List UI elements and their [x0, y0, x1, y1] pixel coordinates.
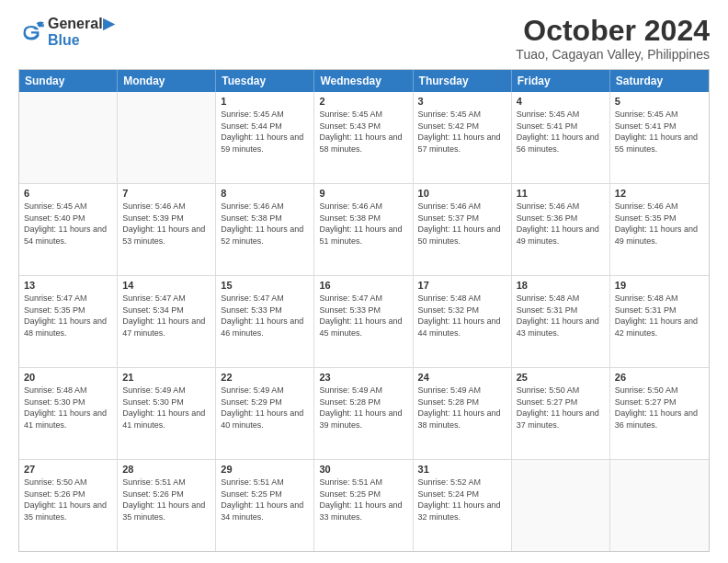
day-number: 3	[418, 96, 506, 107]
cell-info: Sunrise: 5:50 AM Sunset: 5:27 PM Dayligh…	[615, 385, 704, 431]
day-number: 28	[122, 464, 210, 475]
calendar-cell: 31Sunrise: 5:52 AM Sunset: 5:24 PM Dayli…	[414, 460, 512, 551]
cell-info: Sunrise: 5:48 AM Sunset: 5:30 PM Dayligh…	[24, 385, 112, 431]
cell-info: Sunrise: 5:46 AM Sunset: 5:35 PM Dayligh…	[615, 201, 704, 247]
day-number: 20	[24, 372, 112, 383]
cell-info: Sunrise: 5:47 AM Sunset: 5:35 PM Dayligh…	[24, 293, 112, 339]
cell-info: Sunrise: 5:47 AM Sunset: 5:33 PM Dayligh…	[221, 293, 309, 339]
cell-info: Sunrise: 5:46 AM Sunset: 5:37 PM Dayligh…	[418, 201, 506, 247]
day-number: 1	[221, 96, 309, 107]
calendar-cell: 29Sunrise: 5:51 AM Sunset: 5:25 PM Dayli…	[216, 460, 314, 551]
cell-info: Sunrise: 5:50 AM Sunset: 5:26 PM Dayligh…	[24, 477, 112, 523]
cell-info: Sunrise: 5:48 AM Sunset: 5:31 PM Dayligh…	[517, 293, 605, 339]
calendar-cell: 1Sunrise: 5:45 AM Sunset: 5:44 PM Daylig…	[216, 92, 314, 183]
header-tuesday: Tuesday	[216, 70, 314, 92]
cell-info: Sunrise: 5:52 AM Sunset: 5:24 PM Dayligh…	[418, 477, 506, 523]
calendar-cell: 11Sunrise: 5:46 AM Sunset: 5:36 PM Dayli…	[512, 184, 610, 275]
day-number: 31	[418, 464, 506, 475]
calendar-cell: 17Sunrise: 5:48 AM Sunset: 5:32 PM Dayli…	[414, 276, 512, 367]
calendar-cell: 21Sunrise: 5:49 AM Sunset: 5:30 PM Dayli…	[118, 368, 216, 459]
day-number: 13	[24, 280, 112, 291]
calendar-cell: 13Sunrise: 5:47 AM Sunset: 5:35 PM Dayli…	[19, 276, 118, 367]
day-number: 14	[122, 280, 210, 291]
cell-info: Sunrise: 5:45 AM Sunset: 5:40 PM Dayligh…	[24, 201, 112, 247]
day-number: 29	[221, 464, 309, 475]
calendar-cell: 20Sunrise: 5:48 AM Sunset: 5:30 PM Dayli…	[19, 368, 118, 459]
calendar-cell: 2Sunrise: 5:45 AM Sunset: 5:43 PM Daylig…	[314, 92, 413, 183]
day-number: 24	[418, 372, 506, 383]
cell-info: Sunrise: 5:51 AM Sunset: 5:26 PM Dayligh…	[122, 477, 210, 523]
day-number: 19	[615, 280, 704, 291]
header-monday: Monday	[118, 70, 216, 92]
calendar-cell: 16Sunrise: 5:47 AM Sunset: 5:33 PM Dayli…	[314, 276, 413, 367]
cell-info: Sunrise: 5:51 AM Sunset: 5:25 PM Dayligh…	[319, 477, 407, 523]
day-number: 23	[319, 372, 407, 383]
day-number: 26	[615, 372, 704, 383]
calendar-week-4: 20Sunrise: 5:48 AM Sunset: 5:30 PM Dayli…	[19, 368, 709, 460]
calendar-cell: 30Sunrise: 5:51 AM Sunset: 5:25 PM Dayli…	[314, 460, 413, 551]
title-block: October 2024 Tuao, Cagayan Valley, Phili…	[516, 15, 710, 62]
calendar-cell	[512, 460, 610, 551]
day-number: 22	[221, 372, 309, 383]
day-number: 2	[319, 96, 407, 107]
calendar-cell: 25Sunrise: 5:50 AM Sunset: 5:27 PM Dayli…	[512, 368, 610, 459]
cell-info: Sunrise: 5:46 AM Sunset: 5:38 PM Dayligh…	[221, 201, 309, 247]
day-number: 17	[418, 280, 506, 291]
calendar-cell: 15Sunrise: 5:47 AM Sunset: 5:33 PM Dayli…	[216, 276, 314, 367]
calendar-cell	[19, 92, 118, 183]
day-number: 21	[122, 372, 210, 383]
calendar-cell: 27Sunrise: 5:50 AM Sunset: 5:26 PM Dayli…	[19, 460, 118, 551]
logo-text: General▶ Blue	[48, 15, 114, 49]
day-number: 7	[122, 188, 210, 199]
calendar-cell: 6Sunrise: 5:45 AM Sunset: 5:40 PM Daylig…	[19, 184, 118, 275]
day-number: 5	[615, 96, 704, 107]
day-number: 11	[517, 188, 605, 199]
cell-info: Sunrise: 5:49 AM Sunset: 5:29 PM Dayligh…	[221, 385, 309, 431]
cell-info: Sunrise: 5:48 AM Sunset: 5:31 PM Dayligh…	[615, 293, 704, 339]
calendar-cell: 12Sunrise: 5:46 AM Sunset: 5:35 PM Dayli…	[610, 184, 709, 275]
calendar-cell: 9Sunrise: 5:46 AM Sunset: 5:38 PM Daylig…	[314, 184, 413, 275]
logo: General▶ Blue	[18, 15, 114, 49]
location: Tuao, Cagayan Valley, Philippines	[516, 47, 710, 62]
cell-info: Sunrise: 5:49 AM Sunset: 5:28 PM Dayligh…	[418, 385, 506, 431]
calendar-week-2: 6Sunrise: 5:45 AM Sunset: 5:40 PM Daylig…	[19, 184, 709, 276]
day-number: 9	[319, 188, 407, 199]
calendar-week-5: 27Sunrise: 5:50 AM Sunset: 5:26 PM Dayli…	[19, 460, 709, 551]
cell-info: Sunrise: 5:49 AM Sunset: 5:30 PM Dayligh…	[122, 385, 210, 431]
calendar-cell: 7Sunrise: 5:46 AM Sunset: 5:39 PM Daylig…	[118, 184, 216, 275]
calendar-cell: 3Sunrise: 5:45 AM Sunset: 5:42 PM Daylig…	[414, 92, 512, 183]
header-friday: Friday	[512, 70, 610, 92]
logo-icon	[18, 19, 44, 45]
day-number: 16	[319, 280, 407, 291]
day-number: 18	[517, 280, 605, 291]
day-number: 27	[24, 464, 112, 475]
cell-info: Sunrise: 5:45 AM Sunset: 5:44 PM Dayligh…	[221, 109, 309, 155]
calendar-cell: 24Sunrise: 5:49 AM Sunset: 5:28 PM Dayli…	[414, 368, 512, 459]
day-number: 25	[517, 372, 605, 383]
header: General▶ Blue October 2024 Tuao, Cagayan…	[18, 15, 710, 62]
cell-info: Sunrise: 5:47 AM Sunset: 5:33 PM Dayligh…	[319, 293, 407, 339]
calendar-cell: 22Sunrise: 5:49 AM Sunset: 5:29 PM Dayli…	[216, 368, 314, 459]
calendar-cell: 23Sunrise: 5:49 AM Sunset: 5:28 PM Dayli…	[314, 368, 413, 459]
page: General▶ Blue October 2024 Tuao, Cagayan…	[0, 0, 728, 563]
calendar-cell: 28Sunrise: 5:51 AM Sunset: 5:26 PM Dayli…	[118, 460, 216, 551]
header-thursday: Thursday	[414, 70, 512, 92]
calendar: Sunday Monday Tuesday Wednesday Thursday…	[18, 69, 710, 552]
cell-info: Sunrise: 5:46 AM Sunset: 5:38 PM Dayligh…	[319, 201, 407, 247]
cell-info: Sunrise: 5:48 AM Sunset: 5:32 PM Dayligh…	[418, 293, 506, 339]
header-saturday: Saturday	[610, 70, 709, 92]
cell-info: Sunrise: 5:45 AM Sunset: 5:42 PM Dayligh…	[418, 109, 506, 155]
calendar-cell: 18Sunrise: 5:48 AM Sunset: 5:31 PM Dayli…	[512, 276, 610, 367]
calendar-cell: 4Sunrise: 5:45 AM Sunset: 5:41 PM Daylig…	[512, 92, 610, 183]
calendar-cell: 26Sunrise: 5:50 AM Sunset: 5:27 PM Dayli…	[610, 368, 709, 459]
day-number: 12	[615, 188, 704, 199]
cell-info: Sunrise: 5:45 AM Sunset: 5:43 PM Dayligh…	[319, 109, 407, 155]
calendar-cell: 14Sunrise: 5:47 AM Sunset: 5:34 PM Dayli…	[118, 276, 216, 367]
header-sunday: Sunday	[19, 70, 118, 92]
day-number: 30	[319, 464, 407, 475]
cell-info: Sunrise: 5:51 AM Sunset: 5:25 PM Dayligh…	[221, 477, 309, 523]
cell-info: Sunrise: 5:46 AM Sunset: 5:36 PM Dayligh…	[517, 201, 605, 247]
calendar-week-3: 13Sunrise: 5:47 AM Sunset: 5:35 PM Dayli…	[19, 276, 709, 368]
calendar-cell: 10Sunrise: 5:46 AM Sunset: 5:37 PM Dayli…	[414, 184, 512, 275]
calendar-cell: 8Sunrise: 5:46 AM Sunset: 5:38 PM Daylig…	[216, 184, 314, 275]
